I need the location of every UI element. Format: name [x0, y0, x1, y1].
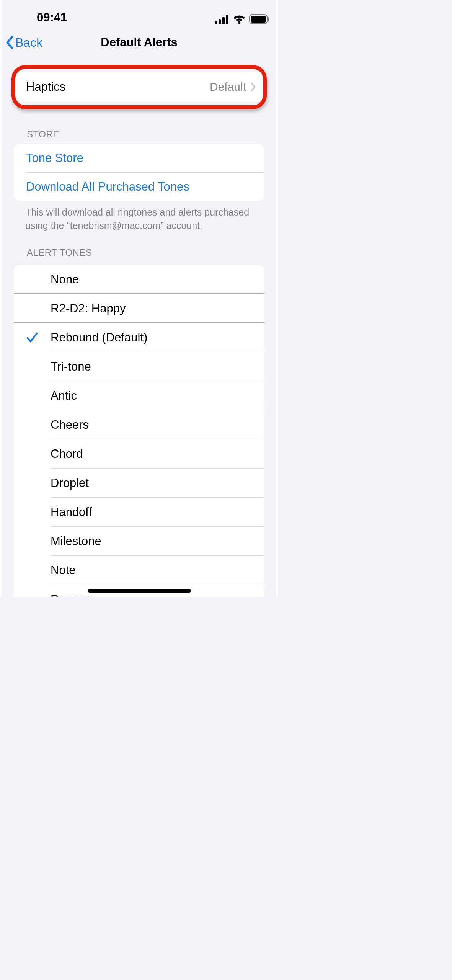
battery-icon — [249, 14, 270, 24]
alert-tone-label: R2-D2: Happy — [51, 302, 126, 315]
status-time: 09:41 — [15, 11, 67, 27]
haptics-row[interactable]: Haptics Default — [14, 72, 264, 102]
download-purchased-row[interactable]: Download All Purchased Tones — [14, 172, 264, 201]
alert-tone-label: Rebound (Default) — [51, 331, 147, 345]
alert-tone-row[interactable]: Tri-tone — [14, 352, 264, 381]
alert-tone-row[interactable]: Droplet — [14, 469, 264, 498]
haptics-label: Haptics — [26, 80, 210, 94]
back-label: Back — [15, 36, 42, 50]
store-header: STORE — [0, 109, 278, 144]
tone-store-label: Tone Store — [26, 151, 83, 165]
haptics-highlight: Haptics Default — [11, 65, 267, 109]
alert-tone-row[interactable]: Milestone — [14, 527, 264, 556]
wifi-icon — [233, 15, 245, 24]
alert-tone-label: Handoff — [51, 505, 92, 519]
alert-tone-row[interactable]: None — [14, 265, 264, 294]
alert-tone-label: Passage — [51, 593, 97, 597]
alert-tone-row[interactable]: Antic — [14, 381, 264, 410]
alert-tone-label: Chord — [51, 447, 83, 461]
svg-point-4 — [238, 21, 241, 24]
alert-tone-label: Cheers — [51, 418, 89, 432]
download-purchased-label: Download All Purchased Tones — [26, 180, 189, 194]
status-icons — [215, 14, 270, 27]
store-group: Tone Store Download All Purchased Tones — [14, 144, 264, 201]
svg-rect-7 — [268, 17, 269, 21]
svg-rect-2 — [222, 17, 225, 24]
haptics-value: Default — [210, 80, 246, 93]
back-button[interactable]: Back — [5, 27, 42, 58]
alert-tone-label: Tri-tone — [51, 360, 91, 374]
alert-tone-label: Droplet — [51, 476, 89, 490]
alert-tone-row[interactable]: Handoff — [14, 498, 264, 527]
alert-tone-label: Note — [51, 564, 75, 577]
checkmark-column — [14, 332, 51, 344]
alert-tone-label: Milestone — [51, 534, 101, 548]
alert-tone-label: None — [51, 273, 79, 286]
alert-tone-row[interactable]: Note — [14, 556, 264, 585]
cellular-icon — [215, 15, 229, 24]
home-indicator[interactable] — [88, 589, 191, 593]
svg-rect-1 — [219, 19, 221, 24]
tone-store-row[interactable]: Tone Store — [14, 144, 264, 172]
nav-bar: Back Default Alerts — [0, 27, 278, 58]
store-footer: This will download all ringtones and ale… — [0, 201, 278, 232]
svg-rect-3 — [226, 15, 228, 24]
chevron-left-icon — [5, 36, 15, 49]
svg-rect-0 — [215, 21, 217, 24]
chevron-right-icon — [250, 82, 256, 92]
alert-tones-group: NoneR2-D2: HappyRebound (Default)Tri-ton… — [14, 265, 264, 597]
alert-tone-row[interactable]: Chord — [14, 439, 264, 469]
checkmark-icon — [26, 332, 38, 344]
svg-rect-6 — [251, 16, 266, 23]
phone-screen: 09:41 Back — [0, 0, 278, 597]
alert-tone-row[interactable]: Rebound (Default) — [14, 323, 264, 352]
alerts-header: ALERT TONES — [0, 232, 278, 262]
alert-tone-label: Antic — [51, 389, 77, 403]
status-bar: 09:41 — [0, 0, 278, 27]
alert-tone-row[interactable]: Cheers — [14, 410, 264, 439]
alert-tone-row[interactable]: R2-D2: Happy — [14, 294, 264, 323]
